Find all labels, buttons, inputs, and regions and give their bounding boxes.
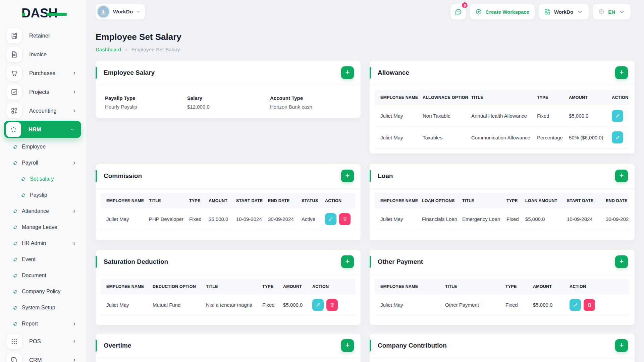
edit-button[interactable] [312,299,324,311]
sidebar-item-retainer[interactable]: Retainer [0,26,86,45]
bullet-icon [13,242,17,245]
card-title: Other Payment [378,258,423,265]
employee-salary-card: Employee Salary + Payslip TypeHourly Pay… [96,61,361,118]
add-other-payment-button[interactable]: + [615,255,628,268]
messages-button[interactable]: 0 [450,4,466,19]
sidebar-item-accounting[interactable]: Accounting [0,101,86,120]
hrm-icon [10,126,17,133]
chevron-right-icon [72,161,76,165]
create-workspace-button[interactable]: Create Workspace [470,4,535,19]
sidebar-item-crm[interactable]: CRM [0,351,86,362]
card-header: Other Payment + [370,250,635,274]
commission-table: EMPLOYEE NAMETITLETYPEAMOUNTSTART DATEEN… [101,193,355,230]
add-allowance-button[interactable]: + [615,66,628,79]
table-wrap: EMPLOYEE NAMEALLOWNACE OPTIONTITLETYPEAM… [375,90,629,148]
sidebar-item-document[interactable]: Document [0,267,86,284]
sidebar-item-attendance[interactable]: Attendance [0,203,86,219]
plus-icon: + [345,172,350,179]
edit-button[interactable] [570,299,581,311]
delete-button[interactable] [339,213,351,225]
sidebar-item-label: Manage Leave [22,224,57,230]
sidebar-item-system-setup[interactable]: System Setup [0,300,86,316]
add-commission-button[interactable]: + [341,170,354,182]
globe-icon [598,8,605,15]
sidebar-item-hr-admin[interactable]: HR Admin [0,235,86,251]
sidebar-item-company-policy[interactable]: Company Policy [0,284,86,300]
column-header: TYPE [184,193,203,208]
app-logo[interactable]: DASH [21,6,65,21]
field-value: Horizon Bank cash [270,104,351,110]
icon-tile [7,353,22,362]
add-overtime-button[interactable]: + [341,339,354,352]
card-title: Overtime [104,342,131,349]
add-company-contribution-button[interactable]: + [615,339,628,352]
add-employee-salary-button[interactable]: + [341,66,354,79]
trash-icon [342,217,347,222]
column-header: EMPLOYEE NAME [375,279,440,294]
sidebar-item-purchases[interactable]: Purchases [0,64,86,82]
sidebar-item-event[interactable]: Event [0,251,86,267]
table-cell: $5,000.0 [528,294,564,316]
card-header: Overtime + [96,334,361,358]
field-value: $12,000.0 [187,104,270,110]
sidebar-item-report[interactable]: Report [0,316,86,332]
table-cell: Juliet May [375,294,440,316]
sidebar-item-invoice[interactable]: Invoice [0,45,86,64]
trash-icon [330,302,335,307]
sidebar-item-set-salary[interactable]: Set salary [0,171,86,187]
edit-button[interactable] [325,213,336,225]
sidebar-item-projects[interactable]: Projects [0,82,86,101]
messages-badge: 0 [461,2,468,9]
sidebar-item-label: HR Admin [22,240,46,246]
pencil-icon [316,302,321,307]
language-button[interactable]: EN [593,4,631,19]
icon-tile [7,103,22,118]
trash-icon [587,302,592,307]
sidebar-item-pos[interactable]: POS [0,332,86,351]
sidebar-item-manage-leave[interactable]: Manage Leave [0,219,86,235]
table-cell: Nisi a tenetur magna [201,294,257,316]
retainer-icon [11,32,18,39]
plus-icon: + [345,342,350,349]
edit-button[interactable] [612,110,623,122]
sidebar-item-label: Payslip [30,192,47,198]
edit-button[interactable] [612,131,623,143]
sidebar-item-label: CRM [29,357,42,362]
sidebar-item-hrm[interactable]: HRM [0,120,86,139]
field-salary: Salary$12,000.0 [187,95,270,110]
table-cell: $5,000.0 [520,208,561,230]
workspace-switcher[interactable]: WorkDo [96,4,145,19]
column-header: EMPLOYEE NAME [101,279,147,294]
plus-icon: + [345,69,350,76]
delete-button[interactable] [326,299,338,311]
sidebar-item-employee[interactable]: Employee [0,139,86,155]
sidebar-item-payroll[interactable]: Payroll [0,155,86,171]
icon-tile [7,84,22,100]
add-loan-button[interactable]: + [615,170,628,182]
icon-tile [6,122,21,137]
other-payment-card: Other Payment + EMPLOYEE NAMETITLETYPEAM… [370,250,635,325]
column-header: TITLE [466,90,532,105]
table-cell: Fixed [501,208,520,230]
overtime-card: Overtime + [96,334,361,362]
sidebar-item-label: Projects [29,89,49,95]
card-title: Company Contribution [378,342,447,349]
table-cell: Juliet May [375,127,417,148]
table-cell: Non Taxable [417,105,466,127]
table-row: Juliet MayTaxablesCommunication Allowanc… [375,127,629,148]
add-saturation-deduction-button[interactable]: + [341,255,354,268]
sidebar-item-label: Employee [22,144,46,150]
bullet-icon [13,145,17,149]
allowance-card: Allowance + EMPLOYEE NAMEALLOWNACE OPTIO… [370,61,635,154]
workdo-menu-button[interactable]: WorkDo [539,4,589,19]
breadcrumb-dashboard-link[interactable]: Dashboard [96,47,121,53]
card-header: Allowance + [370,61,635,85]
chevron-right-icon [72,241,76,246]
table-cell: Mutual Fund [147,294,201,316]
delete-button[interactable] [584,299,595,311]
sidebar-item-payslip[interactable]: Payslip [0,187,86,203]
table-cell: Communication Allowance [466,127,532,148]
column-header: AMOUNT [564,90,606,105]
chevron-right-icon [72,339,76,344]
chevron-right-icon [72,209,76,214]
